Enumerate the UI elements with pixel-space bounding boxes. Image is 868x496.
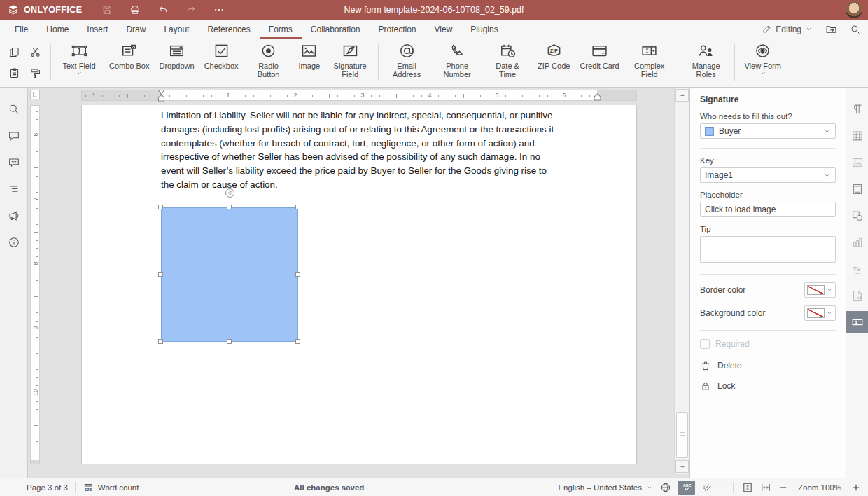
- menu-tab-protection[interactable]: Protection: [370, 20, 426, 39]
- fit-to-page-button[interactable]: [742, 482, 753, 493]
- credit-card-button[interactable]: Credit Card: [575, 39, 624, 87]
- scrollbar-thumb[interactable]: [676, 412, 688, 458]
- editing-mode-button[interactable]: Editing: [762, 24, 813, 34]
- role-color-swatch: [705, 127, 714, 136]
- resize-handle[interactable]: [158, 272, 163, 277]
- open-file-location-icon[interactable]: [825, 23, 837, 35]
- complex-field-button[interactable]: Complex Field: [624, 39, 675, 87]
- combo-box-button[interactable]: Combo Box: [104, 39, 154, 87]
- word-count-button[interactable]: 123 Word count: [83, 482, 139, 493]
- sidebar-about-icon[interactable]: [1, 229, 27, 256]
- resize-handle[interactable]: [227, 205, 232, 209]
- menu-tab-view[interactable]: View: [426, 20, 462, 39]
- signature-field-button[interactable]: Signature Field: [325, 39, 375, 87]
- delete-button[interactable]: Delete: [700, 360, 836, 371]
- sidebar-navigation-icon[interactable]: [1, 176, 27, 202]
- lock-button[interactable]: Lock: [700, 380, 836, 392]
- tool-button-label: Date & Time: [487, 62, 528, 78]
- menu-tab-draw[interactable]: Draw: [117, 20, 155, 39]
- copy-style-button[interactable]: [25, 64, 45, 83]
- resize-handle[interactable]: [158, 339, 163, 344]
- track-changes-icon: [702, 482, 713, 493]
- indent-marker[interactable]: [158, 89, 165, 103]
- resize-handle[interactable]: [295, 272, 300, 277]
- paste-button[interactable]: [4, 64, 24, 83]
- key-select[interactable]: Image1: [700, 167, 836, 183]
- track-changes-button[interactable]: [702, 482, 724, 493]
- vertical-scrollbar[interactable]: [674, 88, 690, 474]
- phone-number-button[interactable]: Phone Number: [432, 39, 482, 87]
- zoom-out-button[interactable]: [778, 483, 788, 492]
- menu-tab-home[interactable]: Home: [37, 20, 78, 39]
- headerfooter-settings-icon[interactable]: [846, 176, 868, 202]
- checkbox-button[interactable]: Checkbox: [200, 39, 244, 87]
- manage-roles-button[interactable]: Manage Roles: [681, 39, 732, 87]
- image-form-field[interactable]: [161, 207, 298, 342]
- placeholder-input[interactable]: [700, 202, 836, 217]
- paragraph-text: Limitation of Liability. Seller will not…: [161, 109, 554, 192]
- sidebar-search-icon[interactable]: [1, 96, 27, 123]
- menu-tab-forms[interactable]: Forms: [260, 20, 302, 39]
- cut-button[interactable]: [25, 43, 45, 62]
- scroll-down-button[interactable]: [676, 460, 689, 473]
- menu-tab-insert[interactable]: Insert: [78, 20, 117, 39]
- chart-settings-icon[interactable]: [846, 229, 868, 256]
- redo-icon[interactable]: [186, 4, 197, 15]
- sidebar-feedback-icon[interactable]: [1, 202, 27, 229]
- radio-button-button[interactable]: Radio Button: [244, 39, 294, 87]
- print-icon[interactable]: [130, 4, 141, 15]
- sidebar-comments-icon[interactable]: [1, 123, 27, 149]
- required-checkbox[interactable]: [700, 339, 710, 349]
- user-avatar[interactable]: [846, 1, 862, 18]
- menu-tab-references[interactable]: References: [198, 20, 259, 39]
- form-settings-icon[interactable]: [846, 311, 868, 333]
- view-form-button[interactable]: View Form: [738, 39, 788, 87]
- textart-settings-icon[interactable]: Ta: [846, 256, 868, 282]
- copy-button[interactable]: [4, 43, 24, 62]
- text-field-icon: [71, 42, 88, 60]
- language-selector[interactable]: English – United States: [558, 483, 653, 492]
- text-field-button[interactable]: Text Field: [54, 39, 104, 87]
- menu-tab-plugins[interactable]: Plugins: [461, 20, 507, 39]
- image-settings-icon[interactable]: [846, 149, 868, 176]
- page-indicator[interactable]: Page 3 of 3: [27, 483, 68, 492]
- save-icon[interactable]: [102, 4, 113, 15]
- scroll-up-button[interactable]: [676, 89, 689, 102]
- image-button[interactable]: Image: [294, 39, 326, 87]
- resize-handle[interactable]: [158, 205, 163, 209]
- paragraph-settings-icon[interactable]: [846, 96, 868, 123]
- role-select[interactable]: Buyer: [700, 123, 836, 139]
- paragraph-line: Limitation of Liability. Seller will not…: [161, 109, 554, 123]
- ruler-number: 1: [226, 92, 230, 99]
- resize-handle[interactable]: [227, 339, 232, 344]
- resize-handle[interactable]: [295, 205, 300, 209]
- fit-to-width-button[interactable]: [760, 482, 771, 493]
- zoom-in-button[interactable]: [851, 483, 861, 492]
- ruler-number: 7: [32, 195, 39, 203]
- more-actions-icon[interactable]: [214, 4, 225, 15]
- sidebar-chat-icon[interactable]: [1, 149, 27, 176]
- email-address-button[interactable]: Email Address: [382, 39, 432, 87]
- date-time-button[interactable]: Date & Time: [482, 39, 533, 87]
- background-color-picker[interactable]: [804, 305, 836, 321]
- right-margin-marker[interactable]: [594, 93, 601, 101]
- resize-handle[interactable]: [295, 339, 300, 344]
- shape-settings-icon[interactable]: [846, 202, 868, 229]
- menu-tab-file[interactable]: File: [6, 20, 37, 39]
- manage-roles-icon: [697, 42, 715, 60]
- tip-input[interactable]: [700, 236, 836, 263]
- rotate-handle[interactable]: [225, 188, 234, 198]
- undo-icon[interactable]: [158, 4, 169, 15]
- search-icon[interactable]: [850, 24, 861, 35]
- zip-code-button[interactable]: ZIPZIP Code: [533, 39, 575, 87]
- mailmerge-settings-icon[interactable]: [846, 282, 868, 309]
- zoom-level[interactable]: Zoom 100%: [795, 483, 844, 492]
- border-color-picker[interactable]: [804, 282, 836, 298]
- tab-stop-selector[interactable]: [30, 90, 40, 99]
- set-document-language-icon[interactable]: [660, 482, 671, 493]
- menu-tab-collaboration[interactable]: Collaboration: [302, 20, 370, 39]
- dropdown-button[interactable]: Dropdown: [154, 39, 199, 87]
- spell-check-toggle[interactable]: ABC: [678, 481, 695, 495]
- menu-tab-layout[interactable]: Layout: [155, 20, 198, 39]
- table-settings-icon[interactable]: [846, 123, 868, 149]
